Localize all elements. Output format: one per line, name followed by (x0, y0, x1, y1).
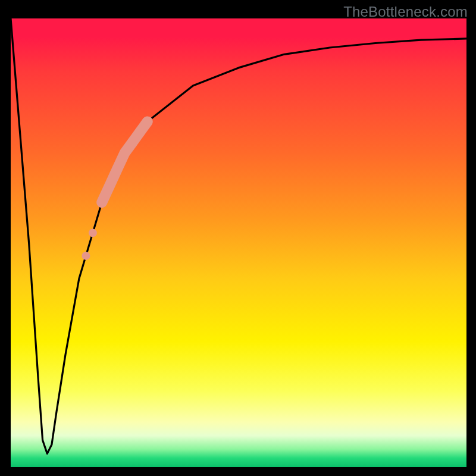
highlight-dot (89, 228, 97, 237)
curve-line (11, 18, 466, 453)
highlight-segment (102, 121, 148, 202)
watermark-text: TheBottleneck.com (343, 4, 468, 20)
highlight-dot (82, 252, 90, 260)
chart-frame: TheBottleneck.com (0, 0, 476, 476)
plot-area (11, 18, 466, 467)
chart-svg (11, 18, 466, 467)
